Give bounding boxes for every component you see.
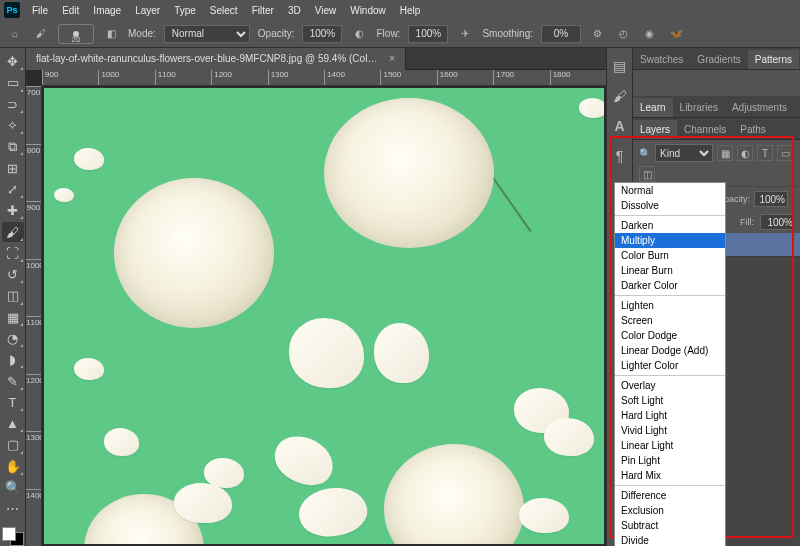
tools-panel: ✥ ▭ ⊃ ✧ ⧉ ⊞ ⤢ ✚ 🖌 ⛶ ↺ ◫ ▦ ◔ ◗ ✎ T ▲ ▢ ✋ … xyxy=(0,48,26,546)
blend-option-multiply[interactable]: Multiply xyxy=(615,233,725,248)
blend-option-color-dodge[interactable]: Color Dodge xyxy=(615,328,725,343)
blend-option-difference[interactable]: Difference xyxy=(615,488,725,503)
shape-tool-icon[interactable]: ▢ xyxy=(2,435,24,454)
history-brush-icon[interactable]: ↺ xyxy=(2,265,24,284)
smoothing-input[interactable] xyxy=(541,25,581,43)
ruler-vertical[interactable]: 700 800 900 1000 1100 1200 1300 1400 xyxy=(26,86,42,546)
lasso-tool-icon[interactable]: ⊃ xyxy=(2,95,24,114)
blend-option-exclusion[interactable]: Exclusion xyxy=(615,503,725,518)
filter-shape-icon[interactable]: ▭ xyxy=(777,145,793,161)
blend-option-dissolve[interactable]: Dissolve xyxy=(615,198,725,213)
close-icon[interactable]: × xyxy=(389,53,395,64)
filter-smart-icon[interactable]: ◫ xyxy=(639,166,655,182)
blend-option-soft-light[interactable]: Soft Light xyxy=(615,393,725,408)
blend-option-linear-light[interactable]: Linear Light xyxy=(615,438,725,453)
frame-tool-icon[interactable]: ⊞ xyxy=(2,158,24,177)
tab-channels[interactable]: Channels xyxy=(677,120,733,139)
brush-tool-icon[interactable]: 🖌 xyxy=(32,25,50,43)
pressure-opacity-icon[interactable]: ◐ xyxy=(350,25,368,43)
tab-paths[interactable]: Paths xyxy=(733,120,773,139)
zoom-tool-icon[interactable]: 🔍 xyxy=(2,478,24,497)
path-select-icon[interactable]: ▲ xyxy=(2,414,24,433)
blend-option-normal[interactable]: Normal xyxy=(615,183,725,198)
menu-help[interactable]: Help xyxy=(394,3,427,18)
tab-adjustments[interactable]: Adjustments xyxy=(725,98,794,117)
flow-input[interactable] xyxy=(408,25,448,43)
filter-type-icon[interactable]: T xyxy=(757,145,773,161)
wand-tool-icon[interactable]: ✧ xyxy=(2,116,24,135)
tab-patterns[interactable]: Patterns xyxy=(748,50,799,69)
brush-panel-icon[interactable]: 🖌 xyxy=(610,86,630,106)
brush-settings-icon[interactable]: ◧ xyxy=(102,25,120,43)
blend-option-lighten[interactable]: Lighten xyxy=(615,298,725,313)
blend-option-subtract[interactable]: Subtract xyxy=(615,518,725,533)
menu-window[interactable]: Window xyxy=(344,3,392,18)
character-panel-icon[interactable]: A xyxy=(610,116,630,136)
filter-adjust-icon[interactable]: ◐ xyxy=(737,145,753,161)
tab-gradients[interactable]: Gradients xyxy=(690,50,747,69)
menu-select[interactable]: Select xyxy=(204,3,244,18)
tab-layers[interactable]: Layers xyxy=(633,120,677,139)
marquee-tool-icon[interactable]: ▭ xyxy=(2,73,24,92)
healing-tool-icon[interactable]: ✚ xyxy=(2,201,24,220)
blend-mode-select-options[interactable]: Normal xyxy=(164,25,250,43)
blend-option-hard-light[interactable]: Hard Light xyxy=(615,408,725,423)
blend-option-darken[interactable]: Darken xyxy=(615,218,725,233)
menu-image[interactable]: Image xyxy=(87,3,127,18)
smoothing-gear-icon[interactable]: ⚙ xyxy=(589,25,607,43)
symmetry-icon[interactable]: 🦋 xyxy=(667,25,685,43)
blend-option-screen[interactable]: Screen xyxy=(615,313,725,328)
eyedropper-tool-icon[interactable]: ⤢ xyxy=(2,180,24,199)
layer-opacity-input[interactable] xyxy=(754,191,788,207)
angle-icon[interactable]: ◴ xyxy=(615,25,633,43)
crop-tool-icon[interactable]: ⧉ xyxy=(2,137,24,156)
airbrush-icon[interactable]: ✈ xyxy=(456,25,474,43)
blend-option-linear-dodge-add-[interactable]: Linear Dodge (Add) xyxy=(615,343,725,358)
blend-option-lighter-color[interactable]: Lighter Color xyxy=(615,358,725,373)
home-icon[interactable]: ⌂ xyxy=(6,25,24,43)
edit-toolbar-icon[interactable]: ⋯ xyxy=(2,499,24,518)
blend-option-divide[interactable]: Divide xyxy=(615,533,725,546)
blend-option-hard-mix[interactable]: Hard Mix xyxy=(615,468,725,483)
pressure-size-icon[interactable]: ◉ xyxy=(641,25,659,43)
layer-kind-select[interactable]: Kind xyxy=(655,144,713,162)
gradient-tool-icon[interactable]: ▦ xyxy=(2,308,24,327)
brush-tool-icon-side[interactable]: 🖌 xyxy=(2,222,24,241)
paragraph-panel-icon[interactable]: ¶ xyxy=(610,146,630,166)
blend-option-pin-light[interactable]: Pin Light xyxy=(615,453,725,468)
fill-input[interactable] xyxy=(760,214,794,230)
eraser-tool-icon[interactable]: ◫ xyxy=(2,286,24,305)
type-tool-icon[interactable]: T xyxy=(2,393,24,412)
blend-option-vivid-light[interactable]: Vivid Light xyxy=(615,423,725,438)
foreground-color[interactable] xyxy=(2,527,16,541)
menu-file[interactable]: File xyxy=(26,3,54,18)
ruler-horizontal[interactable]: 900 1000 1100 1200 1300 1400 1500 1600 1… xyxy=(42,70,606,86)
blur-tool-icon[interactable]: ◔ xyxy=(2,329,24,348)
stamp-tool-icon[interactable]: ⛶ xyxy=(2,244,24,263)
dodge-tool-icon[interactable]: ◗ xyxy=(2,350,24,369)
move-tool-icon[interactable]: ✥ xyxy=(2,52,24,71)
blend-option-darker-color[interactable]: Darker Color xyxy=(615,278,725,293)
hand-tool-icon[interactable]: ✋ xyxy=(2,457,24,476)
tab-libraries[interactable]: Libraries xyxy=(673,98,725,117)
filter-pixel-icon[interactable]: ▦ xyxy=(717,145,733,161)
color-swatches[interactable] xyxy=(2,527,24,546)
tab-learn[interactable]: Learn xyxy=(633,98,673,117)
pen-tool-icon[interactable]: ✎ xyxy=(2,371,24,390)
menu-edit[interactable]: Edit xyxy=(56,3,85,18)
menu-view[interactable]: View xyxy=(309,3,343,18)
blend-option-overlay[interactable]: Overlay xyxy=(615,378,725,393)
canvas[interactable] xyxy=(42,86,606,546)
menu-layer[interactable]: Layer xyxy=(129,3,166,18)
menu-filter[interactable]: Filter xyxy=(246,3,280,18)
history-panel-icon[interactable]: ▤ xyxy=(610,56,630,76)
brush-preset-picker[interactable]: 20 xyxy=(58,24,94,44)
menu-3d[interactable]: 3D xyxy=(282,3,307,18)
tab-swatches[interactable]: Swatches xyxy=(633,50,690,69)
document-tab[interactable]: flat-lay-of-white-ranunculus-flowers-ove… xyxy=(26,48,406,70)
blend-option-color-burn[interactable]: Color Burn xyxy=(615,248,725,263)
blend-option-linear-burn[interactable]: Linear Burn xyxy=(615,263,725,278)
blend-mode-dropdown[interactable]: NormalDissolveDarkenMultiplyColor BurnLi… xyxy=(614,182,726,546)
opacity-input[interactable] xyxy=(302,25,342,43)
menu-type[interactable]: Type xyxy=(168,3,202,18)
